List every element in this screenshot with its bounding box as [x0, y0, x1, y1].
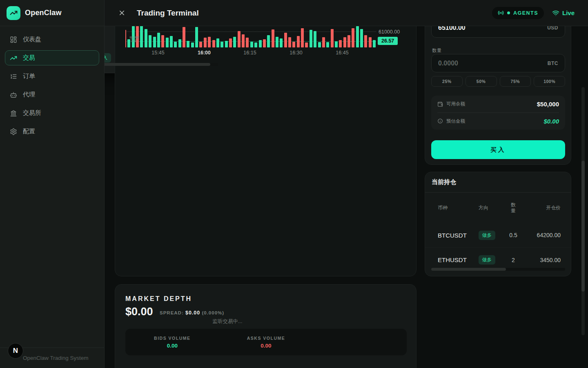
quantity-label: 数量 — [432, 47, 442, 54]
sidebar-nav: 仪表盘 交易 订单 代理 交易所 配置 — [0, 26, 104, 148]
volume-bar — [216, 38, 219, 47]
app-logo — [7, 6, 20, 20]
quantity-input[interactable]: 0.0000 BTC — [431, 54, 565, 72]
volume-bars — [125, 26, 376, 47]
position-entry: 3450.00 — [526, 257, 564, 263]
tradingview-watermark — [129, 35, 142, 43]
sidebar-item-label: 交易 — [23, 54, 35, 62]
sidebar-item-trading[interactable]: 交易 — [5, 50, 99, 65]
volume-bar — [360, 29, 363, 47]
status-dot — [507, 11, 510, 14]
asks-volume-value: 0.00 — [219, 343, 313, 349]
volume-bar — [301, 28, 304, 47]
volume-bar — [246, 38, 249, 47]
volume-bar — [170, 36, 173, 47]
positions-hscrollbar[interactable] — [431, 268, 565, 271]
estimate-row: 预估金额 $0.00 — [437, 112, 559, 129]
volume-bar — [204, 38, 207, 47]
volume-bar — [149, 35, 151, 47]
col-side: 方向 — [479, 204, 501, 211]
volume-bar — [331, 29, 334, 47]
close-icon[interactable] — [118, 9, 126, 17]
volume-bar — [157, 33, 160, 47]
volume-bar — [238, 31, 241, 47]
x-axis-tick: 16:00 — [198, 50, 211, 56]
volume-bar — [225, 41, 228, 47]
volume-bar — [259, 40, 262, 47]
percent-50-button[interactable]: 50% — [466, 76, 497, 87]
volume-bar — [153, 37, 156, 47]
chart-panel[interactable]: 61000.00 26.57 15:45 16:00 16:15 16:30 1… — [115, 17, 416, 276]
volume-bar — [220, 42, 223, 47]
buy-button[interactable]: 买入 — [431, 140, 565, 159]
app-logo-row: OpenClaw — [0, 0, 104, 26]
sidebar-item-exchanges[interactable]: 交易所 — [5, 105, 99, 121]
percent-buttons: 25% 50% 75% 100% — [431, 76, 565, 87]
sidebar-item-label: 代理 — [23, 91, 35, 99]
col-symbol: 币种 — [432, 204, 479, 211]
balance-label: 可用余额 — [446, 101, 465, 107]
sidebar-item-label: 配置 — [23, 128, 35, 135]
trending-up-icon — [10, 9, 18, 17]
volume-bar — [305, 43, 308, 47]
dashboard-icon — [10, 36, 17, 43]
n-logo-badge: N — [8, 343, 23, 359]
balance-box: 可用余额 $50,000 预估金额 $0.00 — [431, 96, 565, 130]
spread-pct: (0.000%) — [202, 310, 224, 315]
volume-bar — [272, 29, 274, 47]
page-vscrollbar[interactable] — [581, 87, 585, 335]
volume-bar — [373, 40, 376, 47]
sidebar-item-label: 交易所 — [23, 109, 41, 117]
volume-bar — [166, 38, 169, 47]
live-indicator: Live — [552, 9, 575, 17]
volume-bar — [187, 41, 189, 47]
scrollbar-thumb[interactable] — [431, 268, 506, 271]
current-value-badge: 26.57 — [378, 37, 398, 45]
gear-icon — [10, 128, 17, 135]
volume-bar — [212, 40, 215, 47]
volume-bar — [335, 41, 338, 47]
volume-bar — [145, 29, 147, 47]
volume-bar — [326, 42, 329, 47]
percent-25-button[interactable]: 25% — [431, 76, 463, 87]
volume-bar — [318, 42, 321, 47]
position-qty: 2 — [501, 257, 526, 263]
topbar-right: AGENTS Live — [492, 7, 575, 19]
volume-bar — [369, 37, 372, 47]
mid-price: $0.00 — [125, 305, 153, 318]
sidebar-item-orders[interactable]: 订单 — [5, 69, 99, 84]
long-badge: 做多 — [479, 231, 495, 240]
volume-bar — [347, 35, 350, 47]
wallet-icon — [437, 101, 443, 107]
volume-bar — [284, 33, 287, 47]
position-symbol: BTCUSDT — [432, 232, 479, 239]
positions-table-header: 币种 方向 数量 开仓价 — [425, 193, 571, 223]
ordered-list-icon — [10, 73, 17, 80]
bids-volume-cell: BIDS VOLUME 0.00 — [125, 336, 219, 349]
volume-bar — [229, 38, 232, 47]
sidebar-item-agents[interactable]: 代理 — [5, 87, 99, 102]
volume-bar — [208, 37, 211, 47]
scrollbar-thumb[interactable] — [581, 161, 585, 292]
positions-title: 当前持仓 — [425, 172, 571, 193]
volume-bar — [267, 35, 270, 47]
sidebar-footer: N OpenClaw Trading System — [0, 348, 104, 368]
agents-badge[interactable]: AGENTS — [492, 7, 544, 19]
position-row[interactable]: BTCUSDT 做多 0.5 64200.00 — [425, 223, 571, 247]
quantity-placeholder: 0.0000 — [438, 60, 458, 67]
long-badge: 做多 — [479, 255, 495, 265]
volume-bar — [161, 35, 164, 47]
position-symbol: ETHUSDT — [432, 256, 479, 263]
volume-bar — [263, 39, 266, 47]
sidebar-item-dashboard[interactable]: 仪表盘 — [5, 32, 99, 47]
spread-label: SPREAD: — [160, 310, 184, 315]
live-label: Live — [562, 9, 575, 16]
percent-100-button[interactable]: 100% — [534, 76, 565, 87]
trade-form-panel: 65100.00 USD 数量 0.0000 BTC 25% 50% 75% 1… — [425, 11, 571, 165]
sidebar-item-settings[interactable]: 配置 — [5, 124, 99, 139]
position-side: 做多 — [479, 231, 501, 240]
col-qty: 数量 — [501, 202, 526, 214]
volume-bar — [174, 42, 177, 47]
volume-bar — [356, 26, 359, 47]
percent-75-button[interactable]: 75% — [500, 76, 531, 87]
